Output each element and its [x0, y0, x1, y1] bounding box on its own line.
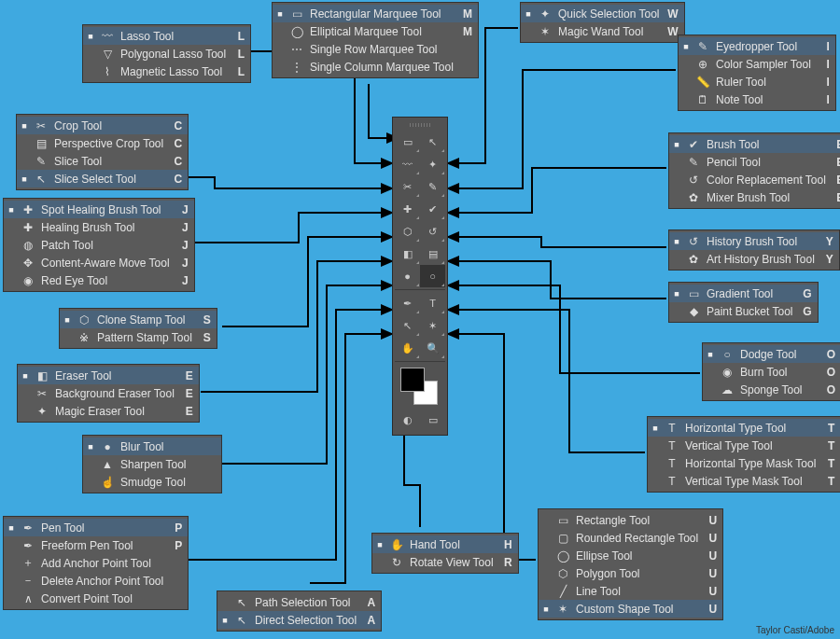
tool-hand[interactable]: ✋: [395, 337, 420, 359]
tool-option-marquee-3[interactable]: ⋮Single Column Marquee Tool: [273, 58, 478, 76]
tool-option-dodge-2[interactable]: ☁Sponge ToolO: [703, 381, 840, 398]
tool-option-shape-0[interactable]: ▭Rectangle ToolU: [539, 511, 722, 529]
tool-option-brush-2[interactable]: ↺Color Replacement ToolB: [669, 171, 840, 188]
tool-zoom[interactable]: 🔍: [420, 337, 445, 359]
tool-option-marquee-0[interactable]: ■▭Rectangular Marquee ToolM: [273, 5, 478, 22]
tool-option-healing-4[interactable]: ◉Red Eye ToolJ: [4, 271, 194, 289]
tool-quick-select[interactable]: ✦: [420, 153, 445, 175]
tool-option-history-1[interactable]: ✿Art History Brush ToolY: [669, 250, 839, 268]
shortcut-key: T: [821, 439, 834, 452]
shortcut-key: U: [704, 514, 717, 527]
tool-option-gradient-0[interactable]: ■▭Gradient ToolG: [669, 285, 818, 302]
tool-option-type-3[interactable]: TVertical Type Mask ToolT: [648, 472, 840, 490]
tool-option-quickselect-0[interactable]: ■✦Quick Selection ToolW: [521, 5, 684, 22]
tool-option-crop-1[interactable]: ▤Perspective Crop ToolC: [17, 134, 188, 152]
tool-label: Gradient Tool: [707, 287, 793, 300]
tool-option-hand-1[interactable]: ↻Rotate View ToolR: [372, 553, 518, 571]
toolbar-grip[interactable]: [395, 121, 445, 129]
tool-option-stamp-1[interactable]: ※Pattern Stamp ToolS: [60, 328, 217, 346]
tool-option-marquee-2[interactable]: ⋯Single Row Marquee Tool: [273, 40, 478, 58]
tool-option-eraser-0[interactable]: ■◧Eraser ToolE: [18, 367, 199, 384]
color-swatches[interactable]: [395, 366, 445, 409]
tool-option-dodge-0[interactable]: ■○Dodge ToolO: [703, 345, 840, 363]
tool-option-shape-3[interactable]: ⬡Polygon ToolU: [539, 564, 722, 582]
tool-move[interactable]: ↖: [420, 131, 445, 153]
tool-option-pathselect-0[interactable]: ↖Path Selection ToolA: [217, 593, 381, 611]
tool-option-brush-3[interactable]: ✿Mixer Brush ToolB: [669, 188, 840, 206]
tool-blur[interactable]: ●: [395, 265, 420, 287]
tool-brush[interactable]: ✔: [420, 198, 445, 220]
quick-mask-button[interactable]: ◐: [395, 410, 420, 429]
tool-option-shape-2[interactable]: ◯Ellipse ToolU: [539, 547, 722, 564]
tool-option-lasso-2[interactable]: ⌇Magnetic Lasso ToolL: [83, 63, 250, 80]
tool-label: Color Sampler Tool: [716, 58, 811, 71]
tool-option-pen-4[interactable]: ∧Convert Point Tool: [4, 590, 188, 607]
tool-option-quickselect-1[interactable]: ✶Magic Wand ToolW: [521, 22, 684, 40]
tool-option-healing-1[interactable]: ✚Healing Brush ToolJ: [4, 218, 194, 236]
tool-option-type-0[interactable]: ■THorizontal Type ToolT: [648, 419, 840, 437]
tool-option-brush-0[interactable]: ■✔Brush ToolB: [669, 135, 840, 153]
tool-shape[interactable]: ✶: [420, 314, 445, 337]
tool-healing[interactable]: ✚: [395, 198, 420, 220]
tool-option-shape-5[interactable]: ■✶Custom Shape ToolU: [539, 600, 722, 618]
quick-selection-tool-icon: ✦: [538, 7, 553, 21]
active-marker: ■: [7, 523, 15, 533]
tool-option-eraser-1[interactable]: ✂Background Eraser ToolE: [18, 384, 199, 402]
tool-option-pen-1[interactable]: ✒Freeform Pen ToolP: [4, 536, 188, 554]
tool-option-pen-3[interactable]: －Delete Anchor Point Tool: [4, 572, 188, 590]
tool-eyedropper[interactable]: ✎: [420, 175, 445, 198]
tool-option-healing-2[interactable]: ◍Patch ToolJ: [4, 236, 194, 254]
tool-option-eraser-2[interactable]: ✦Magic Eraser ToolE: [18, 402, 199, 420]
screen-mode-button[interactable]: ▭: [420, 410, 445, 429]
tool-marquee[interactable]: ▭: [395, 131, 420, 153]
tool-type[interactable]: T: [420, 292, 445, 314]
tool-label: Add Anchor Point Tool: [41, 557, 163, 570]
foreground-swatch[interactable]: [400, 368, 425, 392]
tool-option-hand-0[interactable]: ■✋Hand ToolH: [372, 535, 518, 553]
tool-option-healing-3[interactable]: ✥Content-Aware Move ToolJ: [4, 254, 194, 271]
tool-option-brush-1[interactable]: ✎Pencil ToolB: [669, 153, 840, 171]
tool-option-eyedropper-1[interactable]: ⊕Color Sampler ToolI: [679, 55, 835, 73]
tool-option-healing-0[interactable]: ■✚Spot Healing Brush ToolJ: [4, 201, 194, 218]
tool-option-eyedropper-2[interactable]: 📏Ruler ToolI: [679, 73, 835, 90]
tool-eraser[interactable]: ◧: [395, 243, 420, 265]
add-anchor-point-tool-icon: ＋: [21, 557, 35, 570]
tool-option-marquee-1[interactable]: ◯Elliptical Marquee ToolM: [273, 22, 478, 40]
tool-label: Magic Wand Tool: [558, 25, 660, 38]
tool-option-pen-2[interactable]: ＋Add Anchor Point Tool: [4, 554, 188, 572]
tool-option-eyedropper-0[interactable]: ■✎Eyedropper ToolI: [679, 37, 835, 55]
tool-option-lasso-0[interactable]: ■〰Lasso ToolL: [83, 27, 250, 45]
tool-dodge[interactable]: ○: [420, 265, 445, 287]
tool-option-stamp-0[interactable]: ■⬡Clone Stamp ToolS: [60, 311, 217, 328]
convert-point-tool-icon: ∧: [21, 592, 35, 605]
tool-option-pathselect-1[interactable]: ■↖Direct Selection ToolA: [217, 611, 381, 629]
shortcut-key: G: [799, 287, 812, 300]
tool-history-brush[interactable]: ↺: [420, 220, 445, 243]
tool-option-blur-1[interactable]: ▲Sharpen Tool: [83, 455, 221, 473]
tool-option-crop-3[interactable]: ■↖Slice Select ToolC: [17, 170, 188, 188]
tool-option-eyedropper-3[interactable]: 🗒Note ToolI: [679, 90, 835, 108]
tool-pen[interactable]: ✒: [395, 292, 420, 314]
tool-option-crop-0[interactable]: ■✂Crop ToolC: [17, 117, 188, 134]
tool-option-type-1[interactable]: TVertical Type ToolT: [648, 437, 840, 454]
tool-path-select[interactable]: ↖: [395, 314, 420, 337]
tool-stamp[interactable]: ⬡: [395, 220, 420, 243]
tool-option-blur-0[interactable]: ■●Blur Tool: [83, 438, 221, 455]
tool-option-crop-2[interactable]: ✎Slice ToolC: [17, 152, 188, 170]
tool-option-pen-0[interactable]: ■✒Pen ToolP: [4, 519, 188, 536]
shortcut-key: B: [832, 174, 840, 187]
shortcut-key: I: [817, 93, 830, 106]
tool-crop[interactable]: ✂: [395, 175, 420, 198]
tool-option-lasso-1[interactable]: ▽Polygonal Lasso ToolL: [83, 45, 250, 63]
active-marker: ■: [87, 32, 94, 41]
tool-lasso[interactable]: 〰: [395, 153, 420, 175]
tool-option-type-2[interactable]: THorizontal Type Mask ToolT: [648, 454, 840, 472]
tool-option-dodge-1[interactable]: ◉Burn ToolO: [703, 363, 840, 381]
tool-option-shape-1[interactable]: ▢Rounded Rectangle ToolU: [539, 529, 722, 547]
tool-option-shape-4[interactable]: ╱Line ToolU: [539, 582, 722, 600]
tool-option-history-0[interactable]: ■↺History Brush ToolY: [669, 232, 839, 250]
tool-label: Freeform Pen Tool: [41, 539, 163, 552]
tool-gradient[interactable]: ▤: [420, 243, 445, 265]
tool-option-blur-2[interactable]: ☝Smudge Tool: [83, 473, 221, 491]
tool-option-gradient-1[interactable]: ◆Paint Bucket ToolG: [669, 302, 818, 320]
